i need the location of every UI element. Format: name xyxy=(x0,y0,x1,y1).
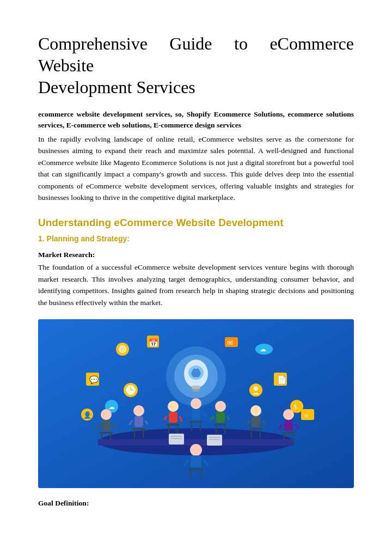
svg-point-87 xyxy=(190,444,202,456)
svg-point-67 xyxy=(250,405,261,416)
svg-rect-33 xyxy=(102,420,111,431)
svg-rect-50 xyxy=(167,424,180,425)
svg-text:☁: ☁ xyxy=(108,403,115,411)
svg-rect-88 xyxy=(191,455,201,467)
illustration-image: ⚙ 📅 ✉ ☁ 💬 ☁ xyxy=(38,319,354,488)
svg-point-46 xyxy=(168,401,179,412)
svg-text:≡: ≡ xyxy=(304,412,308,419)
svg-point-29 xyxy=(254,386,258,391)
intro-paragraph: In the rapidly evolving landscape of onl… xyxy=(38,133,354,204)
page-title: Comprehensive Guide to eCommerce Website… xyxy=(38,33,354,98)
page-container: Comprehensive Guide to eCommerce Website… xyxy=(0,0,392,529)
svg-text:$: $ xyxy=(293,403,297,411)
svg-point-60 xyxy=(215,401,226,412)
svg-rect-54 xyxy=(192,409,200,420)
svg-rect-61 xyxy=(216,412,225,423)
svg-rect-4 xyxy=(192,386,200,389)
svg-text:💬: 💬 xyxy=(89,375,99,385)
svg-point-53 xyxy=(191,398,201,409)
svg-rect-78 xyxy=(282,432,295,434)
svg-rect-57 xyxy=(189,421,203,423)
market-research-heading: Market Research: xyxy=(38,251,354,259)
subsection-heading-planning: 1. Planning and Strategy: xyxy=(38,234,354,243)
svg-text:📄: 📄 xyxy=(277,375,287,385)
svg-rect-68 xyxy=(252,416,260,427)
svg-rect-36 xyxy=(100,432,113,434)
svg-point-74 xyxy=(283,409,294,420)
svg-text:👤: 👤 xyxy=(83,411,91,419)
svg-rect-5 xyxy=(192,389,200,392)
svg-rect-43 xyxy=(132,428,145,430)
svg-text:☁: ☁ xyxy=(260,345,266,353)
svg-rect-84 xyxy=(207,435,222,446)
svg-rect-75 xyxy=(284,420,293,431)
svg-rect-71 xyxy=(249,428,262,430)
keywords-line: ecommerce website development services, … xyxy=(38,109,354,131)
svg-rect-64 xyxy=(214,424,227,425)
svg-rect-40 xyxy=(134,416,143,427)
goal-definition-heading: Goal Definition: xyxy=(38,499,354,508)
svg-text:⚙: ⚙ xyxy=(120,346,126,354)
market-research-text: The foundation of a successful eCommerce… xyxy=(38,261,354,308)
svg-rect-47 xyxy=(169,412,177,423)
svg-rect-91 xyxy=(188,468,204,470)
section-heading-understanding: Understanding eCommerce Website Developm… xyxy=(38,217,354,229)
svg-text:✉: ✉ xyxy=(227,339,233,347)
svg-text:📅: 📅 xyxy=(149,338,158,348)
svg-point-39 xyxy=(133,405,144,416)
svg-point-32 xyxy=(101,409,112,420)
svg-rect-81 xyxy=(169,434,184,445)
